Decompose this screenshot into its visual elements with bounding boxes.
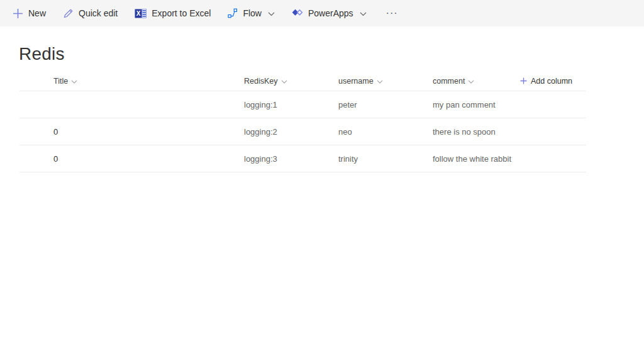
cell-comment: there is no spoon	[433, 127, 520, 137]
table-row[interactable]: 0 logging:3 trinity follow the white rab…	[19, 145, 586, 172]
table-row[interactable]: logging:1 peter my pan comment	[19, 91, 586, 118]
more-icon: ···	[386, 8, 398, 18]
cell-comment: follow the white rabbit	[433, 154, 520, 164]
chevron-down-icon	[281, 77, 287, 86]
new-button-label: New	[28, 8, 46, 18]
excel-icon: X	[135, 8, 147, 19]
list-view: Title RedisKey username comment	[19, 72, 586, 172]
column-header-username-label: username	[338, 77, 374, 86]
add-column-label: Add column	[531, 77, 572, 86]
quick-edit-button[interactable]: Quick edit	[63, 8, 118, 19]
column-header-row: Title RedisKey username comment	[19, 72, 586, 91]
column-header-username[interactable]: username	[338, 77, 433, 86]
powerapps-icon	[292, 9, 303, 18]
cell-username: neo	[338, 127, 433, 137]
export-to-excel-label: Export to Excel	[152, 8, 211, 18]
cell-username: trinity	[338, 154, 433, 164]
pencil-icon	[63, 8, 74, 19]
command-bar: New Quick edit X Export to Excel	[0, 0, 644, 26]
plus-icon	[13, 8, 23, 19]
page-title: Redis	[19, 44, 644, 64]
flow-icon	[228, 8, 238, 18]
column-header-rediskey-label: RedisKey	[244, 77, 278, 86]
cell-title: 0	[53, 127, 244, 137]
flow-label: Flow	[243, 8, 262, 18]
quick-edit-label: Quick edit	[79, 8, 118, 18]
chevron-down-icon	[468, 77, 474, 86]
plus-icon	[520, 76, 527, 86]
column-header-title-label: Title	[53, 77, 68, 86]
cell-title: 0	[53, 154, 244, 164]
svg-text:X: X	[136, 10, 141, 17]
powerapps-label: PowerApps	[308, 8, 353, 18]
column-header-title[interactable]: Title	[53, 77, 244, 86]
chevron-down-icon	[377, 77, 383, 86]
column-header-comment[interactable]: comment	[433, 77, 520, 86]
cell-username: peter	[338, 100, 433, 109]
flow-button[interactable]: Flow	[228, 8, 275, 18]
add-column-button[interactable]: Add column	[520, 76, 586, 86]
export-to-excel-button[interactable]: X Export to Excel	[135, 8, 211, 19]
cell-rediskey: logging:3	[244, 154, 338, 164]
chevron-down-icon	[268, 12, 275, 16]
cell-comment: my pan comment	[433, 100, 520, 109]
table-row[interactable]: 0 logging:2 neo there is no spoon	[19, 118, 586, 145]
column-header-rediskey[interactable]: RedisKey	[244, 77, 338, 86]
cell-rediskey: logging:1	[244, 100, 338, 109]
more-commands-button[interactable]: ···	[386, 8, 398, 19]
powerapps-button[interactable]: PowerApps	[292, 8, 367, 18]
column-header-comment-label: comment	[433, 77, 465, 86]
cell-rediskey: logging:2	[244, 127, 338, 137]
new-button[interactable]: New	[13, 8, 46, 19]
chevron-down-icon	[360, 12, 367, 16]
chevron-down-icon	[71, 77, 77, 86]
